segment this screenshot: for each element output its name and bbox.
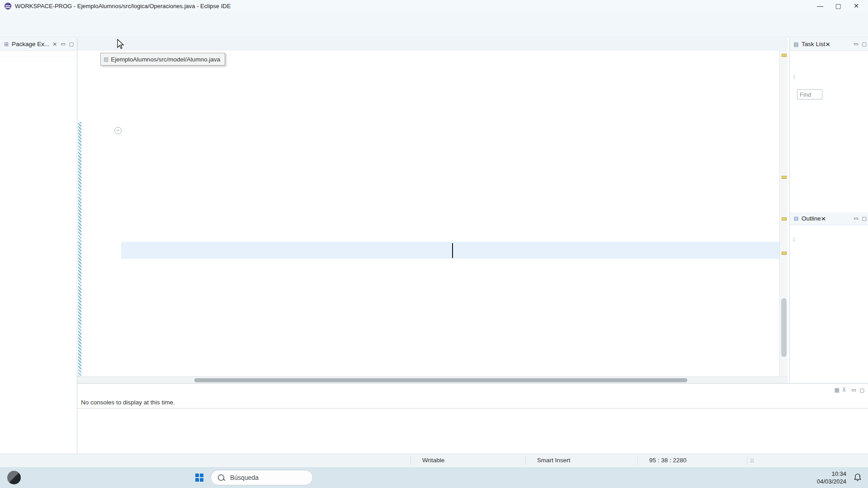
close-icon[interactable]: ✕	[847, 0, 865, 12]
divider	[77, 408, 868, 408]
drag-handle[interactable]: ⁞⁞	[750, 458, 754, 463]
start-icon[interactable]	[195, 474, 203, 482]
view-menu-icon[interactable]: ⁞	[793, 74, 795, 80]
insert-mode-status: Smart Insert	[537, 457, 571, 464]
minimize-icon[interactable]: ▭	[851, 387, 856, 393]
widgets-icon[interactable]	[7, 471, 21, 484]
search-placeholder: Búsqueda	[230, 474, 259, 481]
maximize-icon[interactable]: ▢	[69, 41, 74, 47]
outline-icon: ⊟	[793, 215, 800, 222]
clock-date: 04/03/2024	[809, 478, 846, 485]
fold-collapse-icon[interactable]: −	[114, 127, 122, 134]
close-icon[interactable]: ✕	[52, 41, 57, 47]
maximize-icon[interactable]: ▢	[829, 0, 847, 12]
clock-time: 10:34	[809, 470, 846, 478]
minimize-icon[interactable]: ▭	[854, 41, 858, 47]
task-list-title: Task List	[802, 41, 826, 47]
outline-header: ⊟ Outline ✕ ▭ ▢	[790, 212, 868, 225]
code-editor[interactable]: −	[77, 51, 788, 376]
open-console-icon[interactable]: ▦	[833, 386, 840, 394]
editor-tab-bar	[77, 38, 788, 51]
view-menu-icon[interactable]: ⁞	[793, 237, 795, 242]
task-list-icon: ▤	[793, 41, 800, 48]
main-toolbar	[0, 22, 868, 38]
vertical-scrollbar[interactable]	[781, 298, 787, 357]
occurrence-mark[interactable]	[782, 54, 787, 57]
close-icon[interactable]: ✕	[826, 41, 830, 48]
taskbar-search-input[interactable]: Búsqueda	[211, 470, 313, 485]
svg-text:z: z	[859, 474, 861, 477]
eclipse-logo-icon	[5, 3, 11, 9]
occurrence-mark[interactable]	[782, 217, 787, 221]
package-explorer-icon: ⊞	[3, 41, 10, 48]
caret-position-status: 95 : 38 : 2280	[649, 457, 687, 464]
tooltip-text: EjemploAlumnos/src/model/Alumno.java	[111, 56, 220, 63]
window-title: WORKSPACE-PROG - EjemploAlumnos/src/logi…	[15, 3, 231, 9]
maximize-icon[interactable]: ▢	[860, 387, 864, 393]
windows-taskbar: Búsqueda	[0, 467, 868, 488]
taskbar-clock[interactable]: 10:34 04/03/2024	[809, 470, 846, 485]
occurrence-mark[interactable]	[782, 176, 787, 179]
console-panel: ▦ ⊼ ▭ ▢ No consoles to display at this t…	[77, 383, 868, 454]
package-explorer-title: Package Ex...	[12, 41, 49, 47]
pin-console-icon[interactable]: ⊼	[840, 386, 848, 394]
outline-title: Outline	[802, 215, 821, 222]
package-explorer-panel: ⊞ Package Ex... ✕ ▭ ▢	[0, 38, 77, 454]
notification-bell-icon[interactable]: z	[853, 473, 863, 484]
status-bar: Writable Smart Insert 95 : 38 : 2280 ⁞⁞	[0, 454, 868, 468]
maximize-icon[interactable]: ▢	[862, 216, 867, 221]
find-input[interactable]: Find	[797, 89, 822, 99]
horizontal-scrollbar-track[interactable]	[77, 376, 788, 384]
search-icon	[218, 474, 224, 481]
writable-status: Writable	[422, 457, 444, 464]
horizontal-scrollbar-thumb[interactable]	[194, 378, 687, 382]
task-list-header: ▤ Task List ✕ ▭ ▢	[790, 38, 868, 51]
compilation-unit-icon: ▤	[104, 56, 108, 62]
change-bar	[78, 122, 81, 376]
occurrence-mark[interactable]	[782, 252, 787, 255]
text-caret	[452, 243, 453, 258]
minimize-icon[interactable]: ▭	[854, 216, 858, 221]
mouse-cursor	[117, 39, 125, 50]
menu-bar	[0, 12, 868, 22]
maximize-icon[interactable]: ▢	[862, 41, 867, 47]
tab-tooltip: ▤ EjemploAlumnos/src/model/Alumno.java	[100, 53, 225, 66]
overview-ruler[interactable]	[779, 51, 788, 376]
close-icon[interactable]: ✕	[821, 215, 826, 222]
eclipse-window: WORKSPACE-PROG - EjemploAlumnos/src/logi…	[0, 0, 868, 488]
console-message: No consoles to display at this time.	[81, 399, 175, 406]
minimize-icon[interactable]: ▭	[61, 41, 65, 47]
current-line-highlight	[121, 242, 779, 259]
title-bar: WORKSPACE-PROG - EjemploAlumnos/src/logi…	[0, 0, 868, 12]
minimize-icon[interactable]: —	[811, 0, 829, 12]
